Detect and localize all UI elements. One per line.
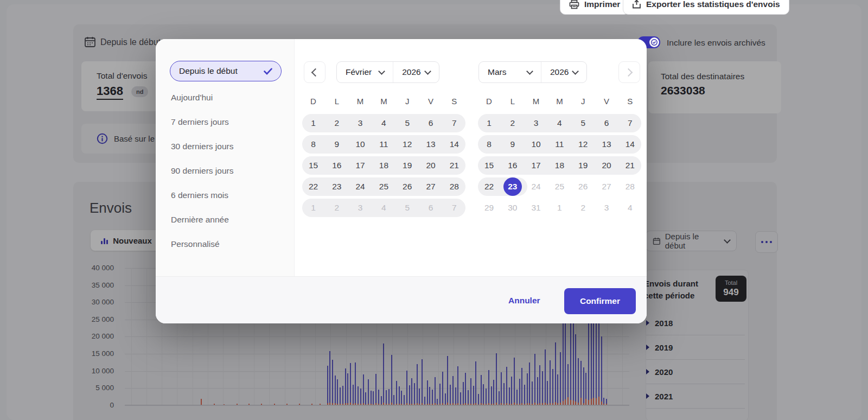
day-cell[interactable]: 11 (548, 135, 571, 154)
check-icon (651, 39, 658, 46)
day-cell[interactable]: 8 (302, 135, 325, 154)
day-cell[interactable]: 8 (477, 135, 501, 154)
day-cell[interactable]: 28 (618, 177, 642, 196)
day-cell[interactable]: 24 (349, 177, 372, 196)
day-cell[interactable]: 4 (548, 114, 571, 132)
next-month-button[interactable] (618, 61, 640, 83)
day-cell[interactable]: 9 (325, 135, 348, 154)
day-cell[interactable]: 25 (548, 177, 571, 196)
preset-sidebar: Depuis le débutAujourd'hui7 derniers jou… (156, 39, 295, 277)
day-cell[interactable]: 5 (571, 114, 595, 132)
year-dropdown-left[interactable]: 2026 (393, 62, 438, 82)
preset-option-selected[interactable]: Depuis le début (170, 61, 282, 81)
day-cell[interactable]: 4 (618, 199, 642, 217)
day-cell[interactable]: 15 (477, 156, 501, 175)
day-cell[interactable]: 7 (443, 199, 466, 217)
day-cell[interactable]: 2 (325, 199, 348, 217)
day-cell[interactable]: 7 (443, 114, 466, 132)
day-cell[interactable]: 12 (571, 135, 595, 154)
day-cell[interactable]: 19 (571, 156, 595, 175)
day-cell[interactable]: 16 (325, 156, 348, 175)
day-cell[interactable]: 7 (618, 114, 642, 132)
preset-option[interactable]: 6 derniers mois (171, 190, 228, 200)
day-cell[interactable]: 10 (349, 135, 372, 154)
preset-option[interactable]: Dernière année (171, 215, 229, 225)
print-button[interactable]: Imprimer (560, 0, 629, 15)
day-cell[interactable]: 11 (372, 135, 395, 154)
day-cell[interactable]: 1 (477, 114, 501, 132)
day-cell[interactable]: 13 (595, 135, 618, 154)
day-cell[interactable]: 3 (349, 199, 372, 217)
day-cell[interactable]: 31 (525, 199, 548, 217)
day-cell[interactable]: 21 (443, 156, 466, 175)
day-cell[interactable]: 30 (501, 199, 524, 217)
day-cell[interactable]: 3 (349, 114, 372, 132)
weekday-header: D (477, 97, 501, 106)
day-cell[interactable]: 13 (419, 135, 443, 154)
archived-toggle-label: Inclure les envois archivés (667, 38, 765, 48)
day-cell[interactable]: 22 (477, 177, 501, 196)
day-cell[interactable]: 27 (595, 177, 618, 196)
day-cell[interactable]: 15 (302, 156, 325, 175)
day-cell[interactable]: 6 (419, 114, 443, 132)
day-cell[interactable]: 14 (443, 135, 466, 154)
day-cell[interactable]: 1 (548, 199, 571, 217)
weekday-header: S (618, 97, 642, 106)
day-cell[interactable]: 1 (302, 114, 325, 132)
day-cell[interactable]: 28 (443, 177, 466, 196)
day-cell[interactable]: 18 (548, 156, 571, 175)
day-cell[interactable]: 20 (419, 156, 443, 175)
chevron-left-icon (311, 68, 320, 77)
day-cell[interactable]: 27 (419, 177, 443, 196)
day-cell[interactable]: 12 (395, 135, 419, 154)
day-cell[interactable]: 2 (571, 199, 595, 217)
weekday-header: D (302, 97, 325, 106)
day-cell[interactable]: 14 (618, 135, 642, 154)
day-cell[interactable]: 1 (302, 199, 325, 217)
preset-option[interactable]: 30 derniers jours (171, 142, 233, 151)
day-cell[interactable]: 17 (525, 156, 548, 175)
day-cell[interactable]: 10 (525, 135, 548, 154)
year-dropdown-right[interactable]: 2026 (541, 62, 586, 82)
day-cell[interactable]: 26 (395, 177, 419, 196)
day-cell[interactable]: 25 (372, 177, 395, 196)
day-cell[interactable]: 5 (395, 114, 419, 132)
day-cell[interactable]: 5 (395, 199, 419, 217)
month-dropdown-right[interactable]: Mars (479, 62, 541, 82)
day-cell[interactable]: 6 (595, 114, 618, 132)
day-cell[interactable]: 9 (501, 135, 524, 154)
day-cell[interactable]: 2 (501, 114, 524, 132)
preset-option[interactable]: Personnalisé (171, 239, 220, 249)
month-dropdown-left[interactable]: Février (337, 62, 393, 82)
preset-option[interactable]: Aujourd'hui (171, 93, 213, 103)
day-cell[interactable]: 24 (525, 177, 548, 196)
day-cell[interactable]: 21 (618, 156, 642, 175)
prev-month-button[interactable] (304, 61, 326, 83)
confirm-button[interactable]: Confirmer (564, 288, 636, 314)
weekday-header: J (395, 97, 419, 106)
cancel-button[interactable]: Annuler (508, 296, 540, 306)
weekday-header: V (595, 97, 618, 106)
day-cell[interactable]: 2 (325, 114, 348, 132)
day-cell[interactable]: 29 (477, 199, 501, 217)
export-button[interactable]: Exporter les statistiques d'envois (623, 0, 789, 15)
day-cell-selected[interactable]: 23 (501, 177, 524, 196)
day-cell[interactable]: 6 (419, 199, 443, 217)
month-select-left: Février 2026 (336, 61, 439, 83)
month-name-left: Février (346, 67, 372, 77)
day-cell[interactable]: 16 (501, 156, 524, 175)
day-cell[interactable]: 17 (349, 156, 372, 175)
preset-option[interactable]: 90 derniers jours (171, 166, 233, 176)
day-cell[interactable]: 3 (595, 199, 618, 217)
day-cell[interactable]: 4 (372, 199, 395, 217)
day-cell[interactable]: 4 (372, 114, 395, 132)
day-cell[interactable]: 26 (571, 177, 595, 196)
day-cell[interactable]: 18 (372, 156, 395, 175)
preset-option[interactable]: 7 derniers jours (171, 117, 229, 127)
day-cell[interactable]: 23 (325, 177, 348, 196)
day-cell[interactable]: 20 (595, 156, 618, 175)
day-cell[interactable]: 19 (395, 156, 419, 175)
day-cell[interactable]: 22 (302, 177, 325, 196)
day-cell[interactable]: 3 (525, 114, 548, 132)
print-button-label: Imprimer (584, 0, 620, 9)
